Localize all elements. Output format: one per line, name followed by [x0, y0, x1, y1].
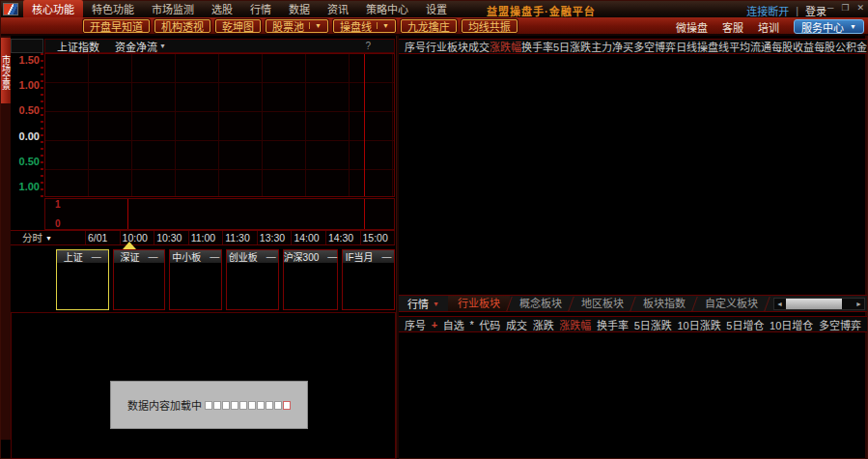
y-axis-tick: 1.00 — [9, 80, 40, 91]
column-header[interactable]: 成交 — [506, 317, 527, 332]
toolbar-buttons: 开盘早知道 机构透视 乾坤图 股票池▼ 操盘线▼ 九龙擒庄 均线共振 — [83, 19, 518, 33]
close-button[interactable]: ✕ — [856, 3, 864, 13]
menu-item-special[interactable]: 特色功能 — [83, 0, 143, 18]
column-header[interactable]: 日线操盘线 — [676, 39, 729, 54]
y-axis-tick: 1.50 — [9, 55, 40, 66]
menu-item-settings[interactable]: 设置 — [417, 0, 456, 18]
column-header[interactable]: 序号 — [405, 39, 426, 54]
mini-panel-chinext[interactable]: 创业板 — — [226, 249, 279, 310]
scroll-right-icon[interactable]: ► — [854, 299, 864, 309]
menu-item-quotes[interactable]: 行情 — [241, 0, 280, 18]
column-header[interactable]: 涨跌 — [533, 317, 554, 332]
add-column-icon[interactable]: + — [432, 319, 437, 330]
column-header[interactable]: 成交 — [468, 39, 490, 54]
menu-item-news[interactable]: 资讯 — [319, 0, 357, 18]
institution-view-button[interactable]: 机构透视 — [154, 19, 210, 33]
column-header[interactable]: 序号 — [405, 317, 426, 332]
tab-region-board[interactable]: 地区板块 — [572, 296, 633, 311]
column-header[interactable]: 主力净买 — [591, 39, 633, 54]
mini-panel-hs300[interactable]: 沪深300 — — [283, 249, 339, 310]
app-logo-icon — [3, 3, 18, 15]
column-header[interactable]: 5日涨跌 — [634, 317, 672, 332]
mini-panel-shanghai[interactable]: 上证 — — [56, 249, 109, 310]
mini-panel-header[interactable]: 深证 — — [114, 250, 165, 263]
training-link[interactable]: 培训 — [758, 19, 779, 35]
column-header[interactable]: 10日涨跌 — [677, 317, 720, 332]
chart-cursor-line — [364, 54, 365, 196]
scrollbar-thumb[interactable] — [786, 299, 842, 309]
overlay-selector-label: 资金净流 — [115, 39, 157, 54]
horizontal-scrollbar[interactable]: ◄ ► — [773, 298, 865, 310]
scrollbar-track[interactable] — [843, 299, 854, 309]
trade-line-dropdown-arrow[interactable]: ▼ — [377, 22, 389, 29]
star-column-icon[interactable]: * — [469, 319, 473, 330]
column-header[interactable]: 换手率 — [521, 39, 553, 54]
column-header[interactable]: 10日增仓 — [770, 317, 813, 332]
menu-item-core[interactable]: 核心功能 — [23, 0, 83, 18]
column-header[interactable]: 平均流通 — [729, 39, 771, 54]
column-header[interactable]: 代码 — [479, 317, 500, 332]
quote-mode-label: 行情 — [407, 296, 429, 311]
stock-pool-dropdown-arrow[interactable]: ▼ — [309, 22, 322, 29]
micro-trade-link[interactable]: 微操盘 — [676, 19, 708, 35]
tab-board-index[interactable]: 板块指数 — [633, 296, 695, 311]
mini-panel-header[interactable]: 上证 — — [57, 250, 108, 263]
mini-panel-header[interactable]: 中小板 — — [170, 250, 221, 263]
restore-button[interactable]: ❐ — [841, 3, 849, 13]
trade-line-button[interactable]: 操盘线▼ — [333, 19, 396, 33]
column-header[interactable]: 每股收益 — [771, 39, 814, 54]
button-label: 开盘早知道 — [90, 18, 143, 34]
column-header[interactable]: 自选 — [443, 317, 464, 332]
minimize-button[interactable]: ─ — [827, 3, 833, 13]
help-icon[interactable]: ? — [365, 41, 371, 51]
panel-divider[interactable] — [396, 36, 399, 459]
ma-resonance-button[interactable]: 均线共振 — [462, 19, 518, 33]
subchart-bottom-tick: 0 — [55, 218, 61, 229]
mini-panel-sme[interactable]: 中小板 — — [169, 249, 222, 310]
mini-panel-header[interactable]: 创业板 — — [227, 250, 278, 263]
loading-progress-bar — [205, 401, 291, 410]
quote-mode-selector[interactable]: 行情 ▼ — [399, 296, 448, 311]
button-label: 机构透视 — [161, 18, 204, 34]
tab-industry-board[interactable]: 行业板块 — [448, 296, 510, 311]
x-axis-tick: 13:30 — [258, 231, 293, 244]
chevron-down-icon: ▼ — [433, 301, 439, 307]
column-header[interactable]: 多空博弈 — [819, 317, 861, 332]
tab-custom-board[interactable]: 自定义板块 — [695, 296, 768, 311]
open-early-know-button[interactable]: 开盘早知道 — [83, 19, 150, 33]
mini-panel-label: 中小板 — [172, 249, 201, 264]
menu-item-data[interactable]: 数据 — [280, 0, 319, 18]
mini-panel-header[interactable]: 沪深300 — — [284, 250, 338, 263]
column-header[interactable]: 每股公积金 — [814, 39, 867, 54]
overlay-selector[interactable]: 资金净流 ▼ — [115, 39, 166, 54]
stock-pool-button[interactable]: 股票池▼ — [266, 19, 328, 33]
column-header-sorted[interactable]: 涨跌幅 — [490, 39, 521, 54]
period-label: 分时 — [22, 231, 42, 244]
session-area: 连接断开 | 登录 — [746, 3, 826, 18]
chart-header: 上证指数 资金净流 ▼ ? — [44, 39, 395, 53]
column-header[interactable]: 多空博弈 — [633, 39, 676, 54]
mini-panel-shenzhen[interactable]: 深证 — — [113, 249, 166, 310]
menu-item-market-monitor[interactable]: 市场监测 — [143, 0, 203, 18]
service-center-button[interactable]: 服务中心 ▼ — [794, 19, 864, 34]
mini-index-panels: 上证 — 深证 — 中小板 — 创业板 — 沪深300 — — [56, 249, 395, 310]
column-header[interactable]: 换手率 — [597, 317, 629, 332]
login-link[interactable]: 登录 — [805, 3, 826, 18]
column-header-sorted[interactable]: 涨跌幅 — [559, 317, 591, 332]
column-header[interactable]: 5日增仓 — [726, 317, 764, 332]
period-selector[interactable]: 分时 ▼ — [11, 231, 86, 244]
scroll-left-icon[interactable]: ◄ — [774, 299, 785, 309]
intraday-chart[interactable] — [44, 53, 395, 197]
y-axis-tick: 0.50 — [9, 157, 40, 167]
menu-item-strategy[interactable]: 策略中心 — [357, 0, 417, 18]
tab-concept-board[interactable]: 概念板块 — [510, 296, 572, 311]
volume-subchart[interactable]: 1 0 — [44, 198, 395, 230]
column-header[interactable]: 行业板块 — [426, 39, 468, 54]
customer-service-link[interactable]: 客服 — [722, 19, 743, 35]
nine-dragons-button[interactable]: 九龙擒庄 — [401, 19, 457, 33]
mini-panel-header[interactable]: IF当月 — — [343, 250, 394, 263]
mini-panel-if-futures[interactable]: IF当月 — — [342, 249, 395, 310]
menu-item-stock-pick[interactable]: 选股 — [203, 0, 241, 18]
column-header[interactable]: 5日涨跌 — [553, 39, 591, 54]
qiankun-chart-button[interactable]: 乾坤图 — [215, 19, 261, 33]
